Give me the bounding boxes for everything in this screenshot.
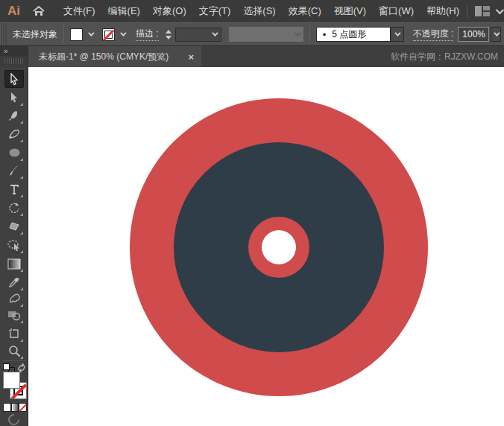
- menu-type[interactable]: 文字(T): [199, 4, 231, 18]
- default-fill-mini-icon: [3, 363, 10, 370]
- menu-object[interactable]: 对象(O): [153, 4, 186, 18]
- center-white-hole[interactable]: [262, 230, 296, 264]
- home-icon: [32, 5, 45, 17]
- menu-window[interactable]: 窗口(W): [379, 4, 414, 18]
- lasso-tool[interactable]: [4, 236, 24, 254]
- brush-chevron-button[interactable]: [391, 27, 404, 42]
- color-button[interactable]: [3, 403, 11, 412]
- illustrator-window: Ai 文件(F) 编辑(E) 对象(O) 文字(T) 选择(S) 效果(C) 视…: [0, 0, 504, 426]
- eyedropper-tool-icon: [8, 276, 20, 288]
- fill-color-indicator[interactable]: [3, 372, 20, 389]
- home-button[interactable]: [32, 5, 45, 17]
- menubar-right-group: [459, 4, 502, 18]
- ellipse-tool[interactable]: [4, 144, 24, 162]
- eraser-tool[interactable]: [4, 217, 24, 235]
- stroke-weight-combo[interactable]: [175, 28, 221, 42]
- drawing-modes-icon[interactable]: [6, 412, 22, 426]
- stroke-weight-stepper[interactable]: [163, 30, 174, 39]
- menu-bar: Ai 文件(F) 编辑(E) 对象(O) 文字(T) 选择(S) 效果(C) 视…: [0, 0, 504, 22]
- controlbar-separator: [63, 25, 64, 43]
- paintbrush-tool-icon: [8, 165, 20, 177]
- workspace-switcher-icon[interactable]: [475, 6, 490, 16]
- rotate-tool[interactable]: [4, 199, 24, 217]
- watermark-credit-text: 软件自学网：RJZXW.COM: [391, 46, 504, 67]
- direct-selection-tool[interactable]: [4, 89, 24, 106]
- stroke-color-chevron-icon[interactable]: [116, 28, 128, 41]
- selection-tool-icon: [8, 73, 20, 86]
- stroke-weight-label[interactable]: 描边 :: [136, 28, 159, 41]
- shape-builder-tool[interactable]: [4, 306, 24, 324]
- opacity-label[interactable]: 不透明度 :: [413, 28, 454, 41]
- fill-color-swatch[interactable]: [70, 28, 83, 41]
- variable-width-chevron-icon: [294, 30, 300, 36]
- workspace-chevron-down-icon[interactable]: [496, 6, 504, 14]
- document-tab-title: 未标题-1* @ 150% (CMYK/预览): [39, 51, 183, 63]
- controlbar-separator-2: [309, 25, 310, 43]
- fill-color-group: [70, 28, 96, 41]
- document-tab-bar: » 未标题-1* @ 150% (CMYK/预览) × 软件自学网：RJZXW.…: [0, 46, 504, 67]
- menu-file[interactable]: 文件(F): [63, 4, 95, 18]
- control-bar: 未选择对象 描边 : • 5 点圆形 不透明度 : 100%: [0, 22, 504, 46]
- variable-width-combo-disabled: [229, 27, 303, 42]
- brush-definition-combo[interactable]: • 5 点圆形: [316, 27, 391, 42]
- shape-builder-tool-icon: [7, 310, 21, 321]
- eraser-tool-icon: [8, 221, 20, 232]
- toolbar-dock-header: »: [0, 46, 28, 67]
- toolbar-expand-button[interactable]: »: [0, 46, 28, 56]
- opacity-input[interactable]: 100%: [458, 27, 489, 42]
- stroke-weight-chevron-icon[interactable]: [212, 30, 218, 36]
- controlbar-grip[interactable]: [0, 23, 7, 45]
- stepper-down-icon[interactable]: [166, 36, 171, 39]
- stroke-color-group: [102, 28, 128, 41]
- artboard-tool-icon: [8, 328, 20, 340]
- menu-items: 文件(F) 编辑(E) 对象(O) 文字(T) 选择(S) 效果(C) 视图(V…: [63, 4, 459, 18]
- none-button[interactable]: [19, 403, 27, 412]
- tab-close-icon[interactable]: ×: [188, 51, 194, 63]
- stroke-color-swatch-none[interactable]: [102, 28, 115, 41]
- rotate-tool-icon: [8, 202, 20, 214]
- type-tool-icon: [9, 184, 19, 195]
- pen-tool-icon: [8, 109, 20, 121]
- zoom-tool-icon: [8, 345, 21, 357]
- selection-tool[interactable]: [4, 70, 24, 88]
- paintbrush-tool[interactable]: [4, 162, 24, 179]
- curvature-tool[interactable]: [4, 125, 24, 143]
- tools-panel: [0, 67, 28, 426]
- pen-tool[interactable]: [4, 106, 24, 124]
- illustrator-logo: Ai: [7, 4, 20, 19]
- toolbar-divider: [3, 360, 25, 361]
- document-tab[interactable]: 未标题-1* @ 150% (CMYK/预览) ×: [28, 46, 201, 67]
- work-area: [0, 67, 504, 426]
- type-tool[interactable]: [4, 180, 24, 198]
- curvature-tool-icon: [8, 128, 21, 140]
- zoom-tool[interactable]: [4, 342, 24, 360]
- menu-select[interactable]: 选择(S): [243, 4, 275, 18]
- symbol-sprayer-tool[interactable]: [4, 290, 24, 308]
- fill-color-chevron-icon[interactable]: [84, 28, 96, 41]
- artboard-tool[interactable]: [4, 325, 24, 343]
- lasso-tool-icon: [7, 239, 21, 251]
- symbol-sprayer-tool-icon: [8, 293, 21, 305]
- direct-selection-tool-icon: [9, 92, 19, 104]
- color-mode-bar: [3, 403, 27, 412]
- gradient-tool[interactable]: [4, 255, 24, 273]
- artwork: [28, 67, 504, 426]
- opacity-chevron-icon[interactable]: [491, 27, 501, 42]
- menu-help[interactable]: 帮助(H): [426, 4, 459, 18]
- artboard-canvas[interactable]: [28, 67, 504, 426]
- brush-definition-value: 5 点圆形: [332, 28, 366, 41]
- eyedropper-tool[interactable]: [4, 273, 24, 291]
- toolbar-grip[interactable]: [4, 58, 23, 64]
- menu-edit[interactable]: 编辑(E): [108, 4, 140, 18]
- stepper-up-icon[interactable]: [166, 30, 171, 34]
- brush-dot-icon: •: [323, 29, 327, 40]
- ellipse-tool-icon: [8, 147, 21, 158]
- selection-status-label: 未选择对象: [13, 28, 57, 41]
- menubar-separator-right: [467, 4, 467, 18]
- menu-effect[interactable]: 效果(C): [289, 4, 321, 18]
- menu-view[interactable]: 视图(V): [334, 4, 366, 18]
- gradient-tool-icon: [7, 258, 21, 270]
